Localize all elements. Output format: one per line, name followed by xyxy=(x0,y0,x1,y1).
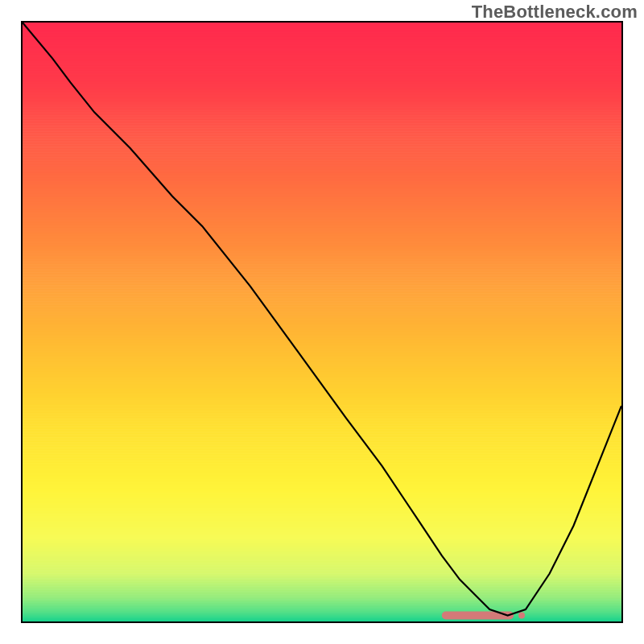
chart-svg xyxy=(23,23,621,621)
chart-container: TheBottleneck.com xyxy=(0,0,644,644)
chart-background-gradient xyxy=(23,23,621,621)
plot-frame xyxy=(21,21,623,623)
svg-rect-373 xyxy=(23,620,621,621)
svg-rect-374 xyxy=(442,612,514,620)
watermark-text: TheBottleneck.com xyxy=(472,2,638,23)
valley-marker xyxy=(442,612,525,620)
svg-point-375 xyxy=(518,613,525,619)
